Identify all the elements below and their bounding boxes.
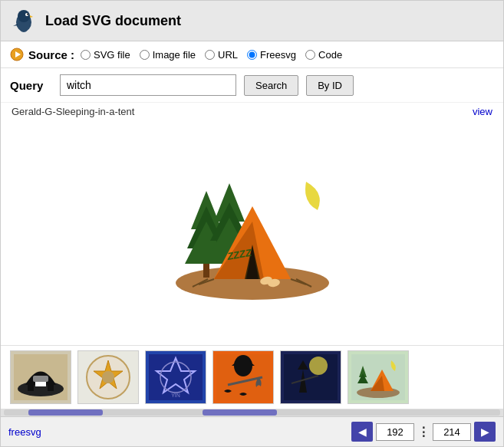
thumb-svg-2: YIN — [149, 354, 203, 400]
thumbnail-2[interactable]: YIN — [145, 350, 206, 404]
prev-page-button[interactable]: ◀ — [351, 422, 373, 442]
thumbnail-1[interactable] — [77, 350, 139, 404]
source-options: SVG file Image file URL Freesvg Code — [81, 49, 342, 61]
svg-rect-12 — [203, 264, 209, 278]
thumb-svg-3 — [216, 354, 270, 400]
radio-svg-file[interactable]: SVG file — [81, 49, 130, 61]
source-bar: Source : SVG file Image file URL Freesvg… — [1, 41, 503, 68]
search-button[interactable]: Search — [244, 75, 298, 96]
view-link[interactable]: view — [473, 106, 492, 117]
svg-point-1 — [18, 10, 30, 22]
pagination: ◀ ⋮ ▶ — [351, 422, 496, 442]
main-svg-image: ZZZZ — [145, 160, 360, 306]
page-separator: ⋮ — [417, 425, 430, 439]
result-filename: Gerald-G-Sleeping-in-a-tent — [12, 106, 134, 117]
svg-rect-30 — [33, 376, 48, 382]
query-bar: Query Search By ID — [1, 68, 503, 103]
window-title: Load SVG document — [45, 13, 181, 29]
thumb-svg-5 — [351, 354, 405, 400]
svg-rect-32 — [28, 382, 34, 391]
query-input[interactable] — [60, 74, 236, 96]
scrollbar-track[interactable] — [4, 409, 500, 416]
svg-rect-33 — [48, 382, 54, 391]
main-window: Load SVG document Source : SVG file Imag… — [0, 0, 504, 447]
thumb-svg-4 — [284, 354, 338, 400]
radio-image-file[interactable]: Image file — [140, 49, 196, 61]
freesvg-link[interactable]: freesvg — [8, 426, 41, 438]
thumbnail-3[interactable] — [212, 350, 274, 404]
source-label: Source : — [10, 48, 74, 61]
by-id-button[interactable]: By ID — [306, 75, 354, 96]
main-image-area: ZZZZ — [1, 120, 503, 345]
radio-url[interactable]: URL — [205, 49, 238, 61]
thumb-svg-0 — [14, 354, 68, 400]
svg-point-3 — [27, 14, 28, 15]
current-page-input[interactable] — [376, 423, 414, 441]
bottom-bar: freesvg ◀ ⋮ ▶ — [1, 416, 503, 446]
query-label: Query — [10, 79, 52, 92]
thumbnail-5[interactable] — [348, 350, 409, 404]
next-page-button[interactable]: ▶ — [474, 422, 496, 442]
title-bar: Load SVG document — [1, 1, 503, 41]
total-pages-input[interactable] — [433, 423, 471, 441]
scrollbar[interactable] — [1, 409, 503, 416]
content-area: Source : SVG file Image file URL Freesvg… — [1, 41, 503, 416]
thumbnail-0[interactable] — [10, 350, 71, 404]
scrollbar-thumb[interactable] — [28, 409, 103, 416]
thumbnails-bar: YIN — [1, 345, 503, 409]
radio-freesvg[interactable]: Freesvg — [247, 49, 296, 61]
play-icon — [10, 48, 24, 61]
svg-point-46 — [309, 357, 328, 375]
result-link-bar: Gerald-G-Sleeping-in-a-tent view — [1, 103, 503, 120]
radio-code[interactable]: Code — [305, 49, 342, 61]
thumbnail-4[interactable] — [280, 350, 341, 404]
scrollbar-thumb-2[interactable] — [203, 409, 277, 416]
svg-marker-4 — [30, 15, 33, 18]
app-icon — [10, 7, 38, 35]
thumb-svg-1 — [81, 354, 135, 400]
svg-text:YIN: YIN — [171, 393, 180, 398]
svg-point-36 — [102, 371, 114, 383]
svg-rect-31 — [35, 382, 46, 386]
